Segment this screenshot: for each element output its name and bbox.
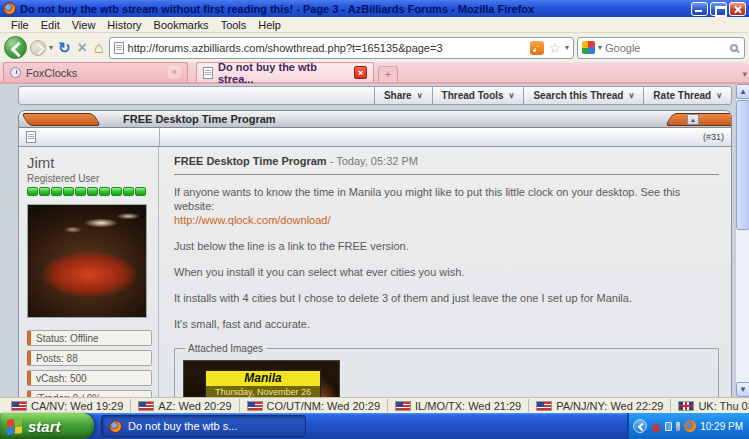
post-title: FREE Desktop Time Program - Today, 05:32… <box>174 155 719 167</box>
menu-view[interactable]: View <box>66 18 102 32</box>
us-flag-icon <box>536 401 552 411</box>
menu-tools[interactable]: Tools <box>215 18 253 32</box>
tray-expand-icon[interactable] <box>633 419 647 433</box>
attached-images-legend: Attached Images <box>185 343 266 354</box>
google-icon <box>582 41 595 54</box>
us-flag-icon <box>11 401 27 411</box>
tab-label: Do not buy the wtb strea... <box>218 61 349 85</box>
reputation-bar <box>27 187 152 196</box>
close-button[interactable] <box>729 2 746 16</box>
search-input[interactable] <box>605 42 727 54</box>
post-paragraph: It's small, fast and accurate. <box>174 317 719 331</box>
page-content: Share ∨ Thread Tools ∨ Search this Threa… <box>0 84 749 397</box>
menu-bookmarks[interactable]: Bookmarks <box>148 18 215 32</box>
menu-help[interactable]: Help <box>252 18 287 32</box>
menu-file[interactable]: File <box>5 18 35 32</box>
reload-button[interactable]: ↻ <box>56 40 73 55</box>
search-engine-dropdown-icon[interactable]: ▾ <box>598 43 602 52</box>
restore-button[interactable] <box>710 2 727 16</box>
stat-posts: Posts: 88 <box>27 350 152 366</box>
username-link[interactable]: Jimt <box>27 154 152 171</box>
chevron-down-icon: ∨ <box>628 91 634 100</box>
scroll-up-icon[interactable]: ▲ <box>736 84 749 99</box>
search-this-thread-button[interactable]: Search this Thread ∨ <box>523 87 643 104</box>
menu-history[interactable]: History <box>101 18 147 32</box>
tray-firefox-icon[interactable] <box>684 420 696 432</box>
tab-bar: FoxClocks × Do not buy the wtb strea... … <box>0 62 749 84</box>
urlbar-dropdown-icon[interactable]: ▾ <box>565 43 569 52</box>
page-favicon <box>114 42 124 54</box>
tab-close-icon[interactable]: × <box>168 66 181 79</box>
attached-image-manila-clock[interactable]: Manila Thursday, November 26 8:25 am+13 … <box>183 360 340 397</box>
tray-network-icon[interactable] <box>676 422 681 431</box>
taskbar-task-firefox[interactable]: Do not buy the wtb s... <box>101 415 306 437</box>
avatar[interactable] <box>27 204 147 318</box>
url-input[interactable] <box>128 42 527 54</box>
tab-close-icon[interactable]: × <box>354 66 367 79</box>
clock-city: Manila <box>205 370 321 386</box>
foxclocks-zone[interactable]: AZ: Wed 20:29 <box>131 399 239 412</box>
forward-button[interactable] <box>30 40 46 56</box>
bookmark-star-icon[interactable]: ☆ <box>548 41 561 55</box>
us-flag-icon <box>247 401 263 411</box>
foxclocks-zone[interactable]: UK: Thu 03:29 <box>671 399 749 412</box>
uk-flag-icon <box>678 401 694 411</box>
clock-date: Thursday, November 26 <box>205 386 321 397</box>
stat-status: Status: Offline <box>27 330 152 346</box>
vertical-scrollbar[interactable]: ▲ ▼ <box>735 84 749 397</box>
minimize-button[interactable] <box>691 2 708 16</box>
clock-widget: Manila Thursday, November 26 8:25 am+13 … <box>205 370 321 397</box>
post-column: FREE Desktop Time Program - Today, 05:32… <box>160 147 731 397</box>
thread-panel: FREE Desktop Time Program ▲ (#31) Jimt R… <box>18 110 732 397</box>
foxclocks-zone[interactable]: CA/NV: Wed 19:29 <box>4 399 131 412</box>
foxclocks-zone[interactable]: IL/MO/TX: Wed 21:29 <box>388 399 529 412</box>
windows-logo-icon <box>7 418 22 435</box>
history-dropdown-icon[interactable]: ▾ <box>49 43 53 52</box>
rss-icon[interactable] <box>530 41 544 55</box>
user-role: Registered User <box>27 173 152 184</box>
home-button[interactable]: ⌂ <box>92 40 106 56</box>
system-tray: 10:29 PM <box>627 413 749 439</box>
foxclocks-icon <box>10 67 21 78</box>
rate-thread-button[interactable]: Rate Thread ∨ <box>643 87 731 104</box>
stat-vcash: vCash: 500 <box>27 370 152 386</box>
taskbar: start Do not buy the wtb s... 10:29 PM <box>0 413 749 439</box>
foxclocks-zone[interactable]: CO/UT/NM: Wed 20:29 <box>240 399 389 412</box>
window-title: Do not buy the wtb stream without first … <box>20 3 691 15</box>
title-bar: Do not buy the wtb stream without first … <box>0 0 749 17</box>
menu-edit[interactable]: Edit <box>35 18 66 32</box>
back-button[interactable] <box>4 36 27 59</box>
navigation-toolbar: ▾ ↻ × ⌂ ☆ ▾ ▾ <box>0 33 749 62</box>
tab-thread[interactable]: Do not buy the wtb strea... × <box>196 62 374 82</box>
us-flag-icon <box>138 401 154 411</box>
thread-title: FREE Desktop Time Program <box>123 113 276 125</box>
qlock-link[interactable]: http://www.qlock.com/download/ <box>174 214 331 226</box>
orange-accent-left <box>21 113 101 126</box>
tray-warning-icon[interactable] <box>651 422 661 431</box>
collapse-icon[interactable]: ▲ <box>687 114 699 125</box>
firefox-icon <box>109 420 122 433</box>
status-bar: CA/NV: Wed 19:29 AZ: Wed 20:29 CO/UT/NM:… <box>0 397 749 413</box>
list-all-tabs-icon[interactable]: ▾ <box>742 69 747 79</box>
tray-display-icon[interactable] <box>665 422 672 431</box>
post-paragraph: When you install it you can select what … <box>174 265 719 279</box>
address-bar[interactable]: ☆ ▾ <box>109 37 574 59</box>
search-box[interactable]: ▾ <box>577 37 745 59</box>
chevron-down-icon: ∨ <box>417 91 423 100</box>
stop-button[interactable]: × <box>76 40 89 56</box>
new-tab-button[interactable]: + <box>378 66 398 82</box>
post-paragraph: Just below the line is a link to the FRE… <box>174 239 719 253</box>
post-number[interactable]: (#31) <box>703 132 724 142</box>
divider <box>174 174 719 175</box>
scroll-down-icon[interactable]: ▼ <box>736 382 749 397</box>
chevron-down-icon: ∨ <box>716 91 722 100</box>
column-divider <box>159 128 160 146</box>
search-icon[interactable] <box>730 44 738 52</box>
share-button[interactable]: Share ∨ <box>374 87 432 104</box>
tab-foxclocks[interactable]: FoxClocks × <box>3 62 188 82</box>
start-button[interactable]: start <box>0 413 94 439</box>
thread-tools-button[interactable]: Thread Tools ∨ <box>432 87 524 104</box>
scrollbar-thumb[interactable] <box>736 100 749 230</box>
foxclocks-zone[interactable]: PA/NJ/NY: Wed 22:29 <box>529 399 671 412</box>
tab-label: FoxClocks <box>26 67 77 79</box>
